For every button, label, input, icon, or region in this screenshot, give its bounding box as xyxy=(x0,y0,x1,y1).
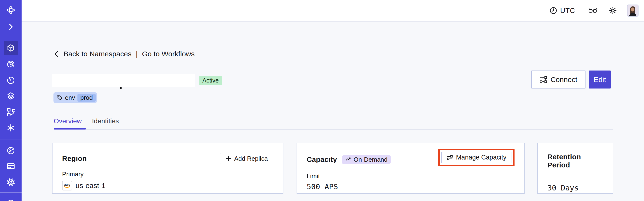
retention-value: 30 Days xyxy=(548,184,603,192)
add-replica-label: Add Replica xyxy=(234,155,268,162)
nexus-asterisk-icon[interactable] xyxy=(6,124,15,132)
avatar[interactable] xyxy=(627,4,638,16)
workflows-spiral-icon[interactable] xyxy=(6,60,15,68)
trending-up-icon xyxy=(345,156,352,162)
back-chevron-icon[interactable] xyxy=(54,50,60,58)
go-to-workflows-link[interactable]: Go to Workflows xyxy=(142,50,195,58)
retention-card: Retention Period 30 Days xyxy=(537,143,613,194)
ondemand-badge-label: On-Demand xyxy=(354,156,388,163)
billing-card-icon[interactable] xyxy=(6,162,15,170)
namespace-title-redacted xyxy=(52,74,195,87)
sidebar-nav xyxy=(0,0,22,201)
app-window: UTC xyxy=(0,0,644,201)
connect-icon xyxy=(540,76,547,84)
sidebar-divider xyxy=(0,192,22,193)
active-tab-underline xyxy=(54,128,86,130)
plus-icon xyxy=(226,156,232,162)
support-circle-icon[interactable] xyxy=(6,198,15,201)
region-card: Region Add Replica Primary aws xyxy=(52,143,284,194)
batch-branch-icon[interactable] xyxy=(6,108,15,116)
sliders-icon xyxy=(446,154,453,161)
connect-button-label: Connect xyxy=(550,76,577,84)
back-to-namespaces-link[interactable]: Back to Namespaces xyxy=(64,50,132,58)
namespace-title-dot xyxy=(120,87,122,89)
namespaces-cube-icon[interactable] xyxy=(6,44,15,52)
aws-provider-icon: aws xyxy=(62,181,72,190)
expand-chevron-icon[interactable] xyxy=(6,22,15,31)
ondemand-badge: On-Demand xyxy=(342,155,391,164)
tab-bar: Overview Identities xyxy=(54,117,119,125)
sun-icon[interactable] xyxy=(609,6,617,15)
tag-icon xyxy=(57,95,62,100)
retention-card-title: Retention Period xyxy=(548,153,603,169)
capacity-card-title: Capacity xyxy=(307,156,337,164)
add-replica-button[interactable]: Add Replica xyxy=(220,153,273,164)
topbar: UTC xyxy=(22,0,644,22)
timezone-label: UTC xyxy=(560,7,575,15)
clock-icon xyxy=(550,7,557,14)
annotation-highlight-box: Manage Capacity xyxy=(438,149,514,166)
aws-text: aws xyxy=(64,183,70,186)
schedules-clock-icon[interactable] xyxy=(6,76,15,85)
glasses-icon[interactable] xyxy=(588,7,597,14)
limit-value: 500 APS xyxy=(307,182,514,191)
connect-button[interactable]: Connect xyxy=(531,70,586,88)
status-badge: Active xyxy=(199,76,222,85)
region-card-title: Region xyxy=(62,154,87,162)
header-actions: Connect Edit xyxy=(531,70,611,88)
namespace-detail-page: Back to Namespaces | Go to Workflows Act… xyxy=(22,22,644,201)
tab-divider-line xyxy=(54,129,613,130)
tag-value: prod xyxy=(78,94,96,102)
tab-identities[interactable]: Identities xyxy=(92,117,119,125)
sidebar-divider xyxy=(0,140,22,140)
breadcrumb-separator: | xyxy=(135,50,138,58)
deployments-layers-icon[interactable] xyxy=(6,92,15,100)
limit-label: Limit xyxy=(307,172,514,180)
timezone-selector[interactable]: UTC xyxy=(550,7,575,15)
temporal-logo-icon xyxy=(6,6,15,14)
primary-label: Primary xyxy=(62,170,273,178)
region-value: us-east-1 xyxy=(76,182,106,190)
breadcrumb: Back to Namespaces | Go to Workflows xyxy=(54,50,195,58)
manage-capacity-label: Manage Capacity xyxy=(456,154,506,161)
settings-gear-icon[interactable] xyxy=(6,178,15,186)
edit-button[interactable]: Edit xyxy=(589,70,611,88)
tag-key: env xyxy=(65,94,75,102)
tab-overview[interactable]: Overview xyxy=(54,117,82,125)
usage-gauge-icon[interactable] xyxy=(6,146,15,155)
manage-capacity-button[interactable]: Manage Capacity xyxy=(442,152,512,163)
env-tag[interactable]: env prod xyxy=(54,92,97,103)
capacity-card: Capacity On-Demand xyxy=(296,143,524,194)
